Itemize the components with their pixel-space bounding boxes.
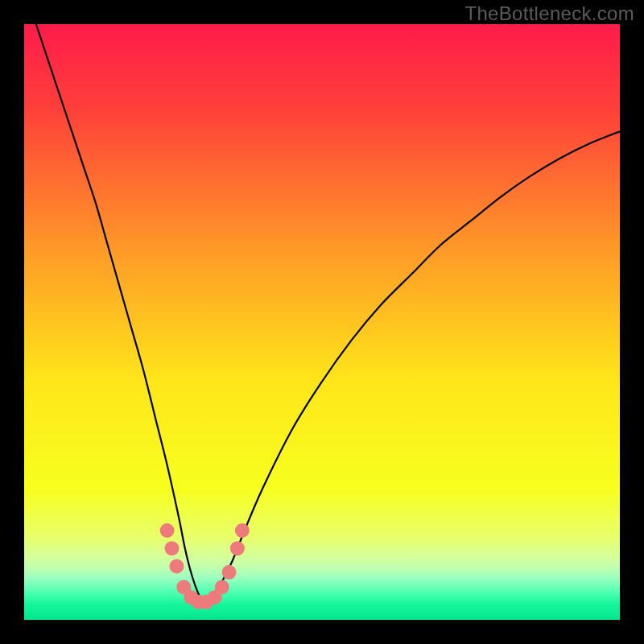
highlight-dot [160, 523, 175, 538]
highlight-dot [235, 523, 250, 538]
chart-frame: TheBottleneck.com [0, 0, 644, 644]
plot-area [24, 24, 620, 620]
watermark-label: TheBottleneck.com [464, 2, 634, 25]
gradient-background [24, 24, 620, 620]
highlight-dot [215, 580, 229, 594]
highlight-dot [169, 559, 184, 573]
highlight-dot [222, 565, 237, 580]
highlight-dot [230, 541, 245, 555]
chart-svg [24, 24, 620, 620]
highlight-dot [165, 541, 180, 555]
